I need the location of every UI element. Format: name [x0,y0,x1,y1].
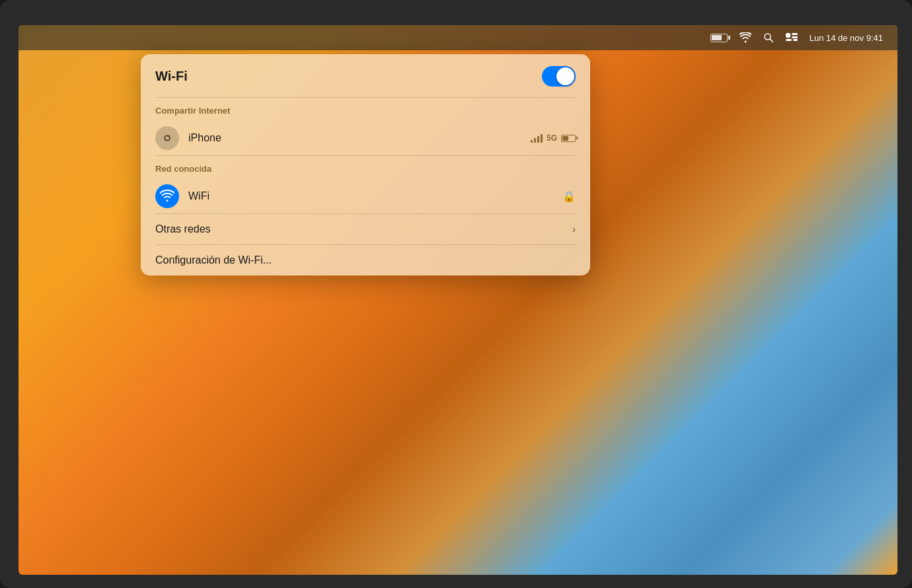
signal-bars [531,133,543,143]
toggle-thumb [556,67,574,85]
iphone-battery [561,135,576,142]
wifi-menubar-button[interactable] [736,31,755,44]
wifi-toggle[interactable] [542,66,576,87]
wifi-panel: Wi-Fi Compartir Internet iPhone [141,54,590,276]
mac-bezel: Lun 14 de nov 9:41 Wi-Fi Compartir Inter… [0,0,912,588]
svg-line-1 [770,39,773,42]
screen: Lun 14 de nov 9:41 Wi-Fi Compartir Inter… [19,25,897,575]
wifi-header: Wi-Fi [141,54,590,97]
wifi-network-row[interactable]: WiFi 🔒 [141,179,590,213]
control-center-button[interactable] [782,32,802,44]
battery-icon [710,34,728,42]
svg-rect-6 [793,39,798,41]
mini-battery-fill [562,136,568,141]
signal-bar-4 [541,134,543,143]
other-networks-label: Otras redes [155,223,211,235]
datetime-text: Lun 14 de nov 9:41 [810,33,883,43]
battery-indicator [706,32,732,44]
svg-rect-3 [792,33,798,35]
wifi-circle-icon [155,184,179,208]
signal-bar-2 [534,138,536,143]
wifi-panel-title: Wi-Fi [155,69,188,84]
iphone-network-row[interactable]: iPhone 5G [141,121,590,155]
chevron-right-icon: › [572,224,576,235]
control-center-icon [786,33,798,42]
battery-body [710,34,728,42]
spotlight-button[interactable] [759,31,778,44]
other-networks-row[interactable]: Otras redes › [141,214,590,244]
datetime-display: Lun 14 de nov 9:41 [806,32,887,44]
svg-rect-4 [792,36,798,38]
menubar-right: Lun 14 de nov 9:41 [706,31,887,44]
iphone-indicators: 5G [531,133,576,143]
wifi-signal-icon [160,189,174,203]
wifi-settings-row[interactable]: Configuración de Wi-Fi... [141,245,590,276]
hotspot-icon [155,126,179,150]
signal-bar-1 [531,140,533,143]
5g-badge: 5G [547,133,557,143]
wifi-menubar-icon [740,32,751,43]
lock-icon: 🔒 [562,190,576,203]
svg-rect-2 [786,33,790,38]
signal-bar-3 [537,136,539,143]
wifi-network-name: WiFi [188,190,553,202]
conocida-section-label: Red conocida [141,156,590,179]
mini-battery-body [561,135,576,142]
battery-fill [712,35,722,40]
svg-rect-5 [786,39,792,41]
settings-label: Configuración de Wi-Fi... [155,254,272,266]
compartir-section-label: Compartir Internet [141,98,590,121]
menubar: Lun 14 de nov 9:41 [19,25,897,50]
search-icon [763,32,774,43]
wifi-indicators: 🔒 [562,190,576,203]
iphone-network-name: iPhone [188,132,521,144]
